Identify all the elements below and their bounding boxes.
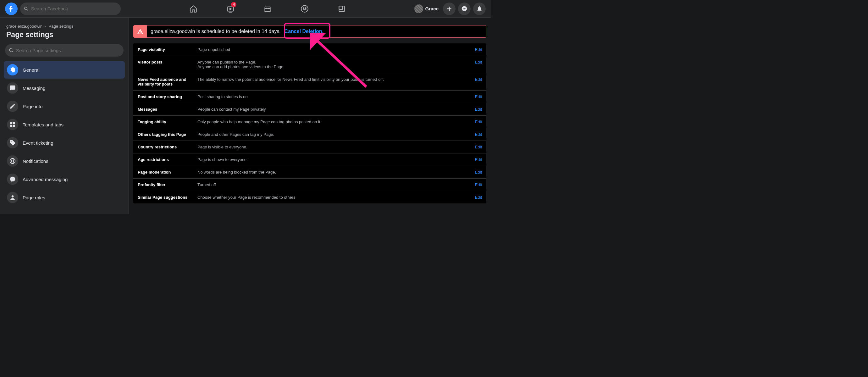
setting-value: Page is shown to everyone. <box>197 157 471 162</box>
setting-row: Profanity filterTurned offEdit <box>133 179 486 191</box>
sidebar-item-page-info[interactable]: Page info <box>4 97 125 115</box>
nav-gaming[interactable] <box>324 1 359 17</box>
gaming-icon <box>338 5 346 13</box>
edit-link[interactable]: Edit <box>475 47 482 52</box>
edit-link[interactable]: Edit <box>475 170 482 175</box>
global-search[interactable] <box>20 2 121 15</box>
cancel-deletion-link[interactable]: Cancel Deletion. <box>284 29 323 34</box>
messenger-button[interactable] <box>458 2 471 15</box>
setting-value: The ability to narrow the potential audi… <box>197 77 471 82</box>
edit-link[interactable]: Edit <box>475 60 482 64</box>
messenger-icon <box>461 6 467 12</box>
edit-link[interactable]: Edit <box>475 94 482 99</box>
setting-label: Similar Page suggestions <box>138 195 197 200</box>
settings-table: Page visibilityPage unpublishedEditVisit… <box>133 43 486 203</box>
sidebar-item-advanced-messaging[interactable]: Advanced messaging <box>4 170 125 188</box>
setting-row: Page moderationNo words are being blocke… <box>133 166 486 179</box>
plus-icon <box>446 6 453 12</box>
svg-line-1 <box>27 9 28 10</box>
edit-link[interactable]: Edit <box>475 107 482 112</box>
setting-label: Page visibility <box>138 47 197 52</box>
create-button[interactable] <box>443 2 456 15</box>
setting-value: People can contact my Page privately. <box>197 107 471 112</box>
topbar: 4 Grace <box>0 0 491 18</box>
global-search-input[interactable] <box>31 6 117 11</box>
nav-home[interactable] <box>176 1 211 17</box>
edit-link[interactable]: Edit <box>475 182 482 187</box>
sidebar-item-label: General <box>23 67 39 73</box>
gear-icon <box>7 64 18 75</box>
sidebar-item-messaging[interactable]: Messaging <box>4 79 125 97</box>
search-icon <box>9 48 13 53</box>
groups-icon <box>301 5 309 13</box>
setting-label: Tagging ability <box>138 120 197 124</box>
notifications-button[interactable] <box>473 2 486 15</box>
nav-marketplace[interactable] <box>250 1 285 17</box>
sidebar-item-label: Event ticketing <box>23 140 54 146</box>
svg-point-6 <box>305 7 306 8</box>
setting-row: Page visibilityPage unpublishedEdit <box>133 43 486 56</box>
ticket-icon <box>7 137 18 149</box>
edit-link[interactable]: Edit <box>475 195 482 200</box>
edit-link[interactable]: Edit <box>475 157 482 162</box>
setting-label: News Feed audience and visibility for po… <box>138 77 197 87</box>
setting-value: No words are being blocked from the Page… <box>197 170 471 175</box>
sidebar-search-input[interactable] <box>16 48 120 53</box>
setting-row: Tagging abilityOnly people who help mana… <box>133 116 486 128</box>
setting-row: Country restrictionsPage is visible to e… <box>133 141 486 153</box>
edit-link[interactable]: Edit <box>475 132 482 137</box>
breadcrumb-page-link[interactable]: grace.eliza.goodwin <box>6 24 42 29</box>
sidebar-item-page-roles[interactable]: Page roles <box>4 189 125 206</box>
setting-row: Similar Page suggestionsChoose whether y… <box>133 191 486 203</box>
setting-label: Age restrictions <box>138 157 197 162</box>
setting-value: Turned off <box>197 182 471 187</box>
sidebar-item-label: Page roles <box>23 195 45 200</box>
main-content: grace.eliza.goodwin is scheduled to be d… <box>129 18 491 214</box>
setting-row: Others tagging this PagePeople and other… <box>133 128 486 141</box>
sidebar-item-event-ticketing[interactable]: Event ticketing <box>4 134 125 152</box>
search-icon <box>24 6 29 11</box>
setting-value: Choose whether your Page is recommended … <box>197 195 471 200</box>
svg-point-11 <box>9 49 12 51</box>
marketplace-icon <box>264 5 272 13</box>
setting-row: Age restrictionsPage is shown to everyon… <box>133 153 486 166</box>
sidebar-item-templates[interactable]: Templates and tabs <box>4 116 125 133</box>
setting-value: Anyone can publish to the Page.Anyone ca… <box>197 60 471 69</box>
setting-value: People and other Pages can tag my Page. <box>197 132 471 137</box>
sidebar-item-general[interactable]: General <box>4 61 125 78</box>
edit-link[interactable]: Edit <box>475 120 482 124</box>
svg-line-12 <box>12 51 13 52</box>
setting-label: Country restrictions <box>138 145 197 149</box>
nav-watch[interactable]: 4 <box>213 1 248 17</box>
sidebar: grace.eliza.goodwin › Page settings Page… <box>0 18 129 214</box>
svg-point-0 <box>25 7 27 10</box>
username-label: Grace <box>425 6 439 11</box>
sidebar-search[interactable] <box>5 44 124 57</box>
edit-link[interactable]: Edit <box>475 77 482 82</box>
setting-label: Messages <box>138 107 197 112</box>
warning-icon <box>134 26 147 37</box>
sidebar-item-label: Messaging <box>23 86 45 91</box>
nav-groups[interactable] <box>287 1 322 17</box>
bell-icon <box>476 6 483 12</box>
alert-message: grace.eliza.goodwin is scheduled to be d… <box>151 29 281 34</box>
svg-point-18 <box>12 195 14 197</box>
setting-label: Visitor posts <box>138 60 197 64</box>
setting-value: Page unpublished <box>197 47 471 52</box>
sidebar-item-label: Advanced messaging <box>23 177 68 182</box>
center-nav: 4 <box>121 1 414 17</box>
deletion-alert: grace.eliza.goodwin is scheduled to be d… <box>133 25 486 38</box>
svg-rect-14 <box>13 122 15 125</box>
setting-row: MessagesPeople can contact my Page priva… <box>133 103 486 116</box>
user-menu[interactable]: Grace <box>414 4 439 13</box>
svg-point-5 <box>303 7 304 8</box>
facebook-logo[interactable] <box>5 2 18 15</box>
page-title: Page settings <box>2 30 126 44</box>
globe-icon <box>7 155 18 167</box>
edit-link[interactable]: Edit <box>475 145 482 149</box>
home-icon <box>189 5 197 13</box>
setting-label: Page moderation <box>138 170 197 175</box>
sidebar-item-notifications[interactable]: Notifications <box>4 152 125 170</box>
person-icon <box>7 192 18 203</box>
grid-icon <box>7 119 18 130</box>
